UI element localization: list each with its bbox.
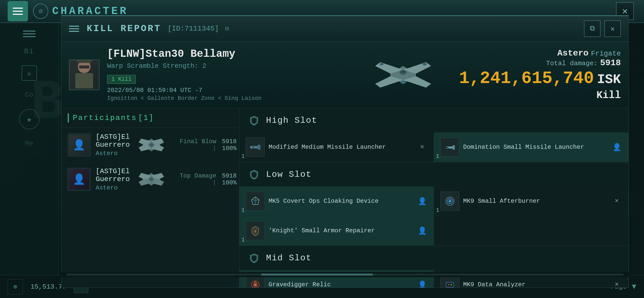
total-damage-value: 5918 [600,58,621,68]
participant-name-2: [ASTG]El Guerrero [96,167,130,183]
svg-point-24 [449,201,450,202]
participant-avatar-2: 👤 [68,168,91,191]
menu-button[interactable] [8,1,28,21]
sidebar-bio-label: Bi [24,47,34,55]
modal-menu-button[interactable] [69,26,79,32]
low-item-qty-1: 1 [241,207,245,214]
item-person-2[interactable]: 👤 [612,142,622,152]
kill-badge: 1 Kill [107,75,136,84]
low-item-icon-1 [246,192,265,211]
ship-svg [360,55,446,95]
mid-slot-header: Mid Slot [239,246,628,270]
participant-details-2: [ASTG]El Guerrero Astero [96,167,130,191]
svg-rect-14 [453,145,455,150]
high-slot-shield-icon [247,113,261,127]
footer-filter-icon[interactable]: ▼ [632,282,636,291]
total-damage-label: Total damage: [546,60,598,67]
low-item-icon-3 [246,221,265,240]
modal-actions: ⧉ ✕ [584,20,621,37]
high-slot-header: High Slot [239,108,628,132]
low-slot-item-3[interactable]: 1 'Knight' Small Armor Repairer 👤 [239,216,434,246]
participant-row-1[interactable]: 👤 [ASTG]El Guerrero Astero [61,128,239,162]
mid-item-name-1: Gravedigger Relic [269,280,413,288]
stat-label-2: Top Damage [180,172,216,179]
mid-slot-section: Mid Slot 1 Gravedigger Relic [239,246,628,288]
participant-name-1: [ASTG]El Guerrero [96,133,130,149]
item-icon-2 [440,138,459,157]
sidebar-me-label: Me [25,140,34,147]
mid-slot-title: Mid Slot [266,253,312,263]
ship-display [355,52,451,98]
avatar-face-2: 👤 [69,169,89,189]
low-slot-header: Low Slot [239,162,628,186]
footer-wallet-icon[interactable]: ⊕ [8,279,23,294]
scrollbar-thumb [261,274,373,276]
svg-point-8 [149,178,153,181]
modal-title: KILL REPORT [87,23,161,34]
equipment-panel: High Slot 1 [239,108,628,288]
ship-name: Astero [557,48,588,58]
modal-scrollbar[interactable] [61,272,629,277]
kill-stats: Astero Frigate Total damage: 5918 1,241,… [459,48,621,101]
svg-rect-10 [258,145,260,150]
low-item-name-3: 'Knight' Small Armor Repairer [269,226,413,235]
participant-details-1: [ASTG]El Guerrero Astero [96,133,130,157]
participant-ship-img-2 [135,169,168,189]
low-slot-title: Low Slot [266,170,312,179]
ship-type: Frigate [591,50,621,58]
pilot-warp-scramble: Warp Scramble Strength: 2 [107,62,347,70]
stat-label-1: Final Blow [180,138,216,145]
character-icon: ⊙ [33,4,48,19]
svg-rect-12 [250,146,252,148]
scrollbar-track[interactable] [66,274,624,276]
mid-slot-shield-icon [247,251,261,265]
pilot-name: [FLNW]Stan30 Bellamy [107,48,347,60]
high-slot-section: High Slot 1 [239,108,628,162]
kill-time: 2022/05/08 01:59:04 UTC -7 [107,87,347,94]
isk-label: ISK [597,72,621,87]
kill-report-modal: KILL REPORT [ID:7111345] ⊟ ⧉ ✕ [61,15,629,288]
svg-rect-25 [255,230,256,233]
svg-point-5 [423,63,427,65]
stat-damage-1: 5918 [222,138,237,145]
low-item-icon-2 [440,192,459,211]
participants-count: [1] [138,114,154,122]
participant-ship-img-1 [135,135,168,155]
low-slot-section: Low Slot 1 M [239,162,628,246]
low-item-name-1: MK5 Covert Ops Cloaking Device [269,197,413,206]
mid-item-person-1[interactable]: 👤 [417,280,427,288]
kill-type: Kill [459,90,621,101]
high-slot-item-2[interactable]: 1 Domination Small Missile Launcher 👤 [434,132,628,162]
high-slot-grid: 1 Modified Medium Missile Launcher × [239,132,628,162]
sidebar-menu-button[interactable] [23,31,36,37]
svg-point-7 [149,143,153,146]
low-slot-shield-icon [247,167,261,181]
isk-value: 1,241,615,740 [459,70,594,87]
modal-id: [ID:7111345] [168,25,219,33]
low-item-qty-2: 1 [436,207,439,214]
pilot-info: [FLNW]Stan30 Bellamy Warp Scramble Stren… [107,48,347,102]
stat-damage-2: 5918 [222,172,237,179]
low-item-person-1[interactable]: 👤 [417,196,427,206]
participant-stats-2: Top Damage 5918 | 100% [173,172,237,186]
low-slot-item-2[interactable]: 1 MK9 Small Afterburner × [434,186,628,216]
svg-point-30 [448,284,449,286]
high-slot-title: High Slot [266,116,317,125]
modal-close-button[interactable]: ✕ [604,20,621,37]
low-item-close-2[interactable]: × [612,196,622,206]
stat-percent-2: 100% [222,179,237,186]
high-slot-item-1[interactable]: 1 Modified Medium Missile Launcher × [239,132,434,162]
participant-ship-2: Astero [96,184,130,191]
participant-row-2[interactable]: 👤 [ASTG]El Guerrero Astero [61,162,239,197]
low-item-person-3[interactable]: 👤 [417,226,427,236]
external-link-button[interactable]: ⧉ [584,20,601,37]
avatar-face-1: 👤 [69,135,89,155]
item-close-1[interactable]: × [417,142,427,152]
stat-percent-1: 100% [222,145,237,152]
copy-icon[interactable]: ⊟ [225,25,229,32]
svg-point-2 [402,82,405,83]
svg-point-31 [450,284,452,286]
item-icon-1 [246,138,265,157]
low-slot-item-1[interactable]: 1 MK5 Covert Ops Cloaking Device 👤 [239,186,434,216]
mid-item-close-2[interactable]: × [612,280,622,288]
